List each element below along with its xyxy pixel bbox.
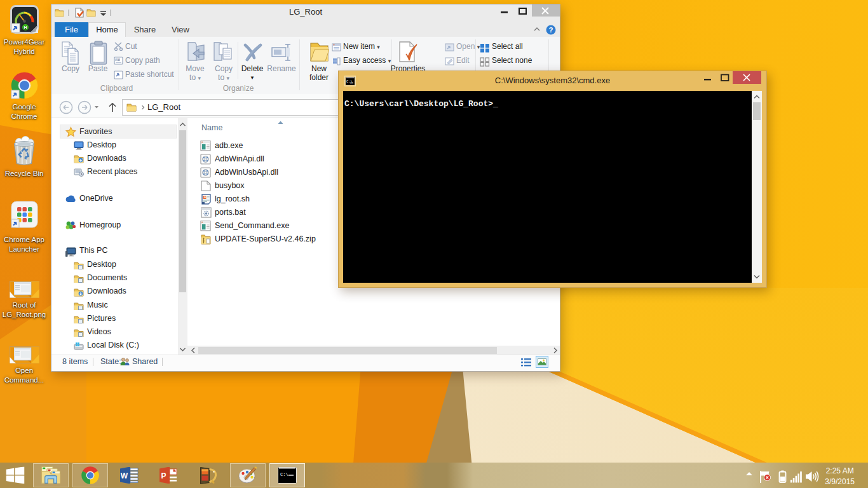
- svg-text:C:\: C:\: [280, 472, 288, 477]
- svg-text:?: ?: [548, 26, 553, 34]
- svg-text:W: W: [121, 471, 128, 480]
- svg-text:H: H: [24, 25, 27, 30]
- svg-text:P: P: [161, 471, 166, 480]
